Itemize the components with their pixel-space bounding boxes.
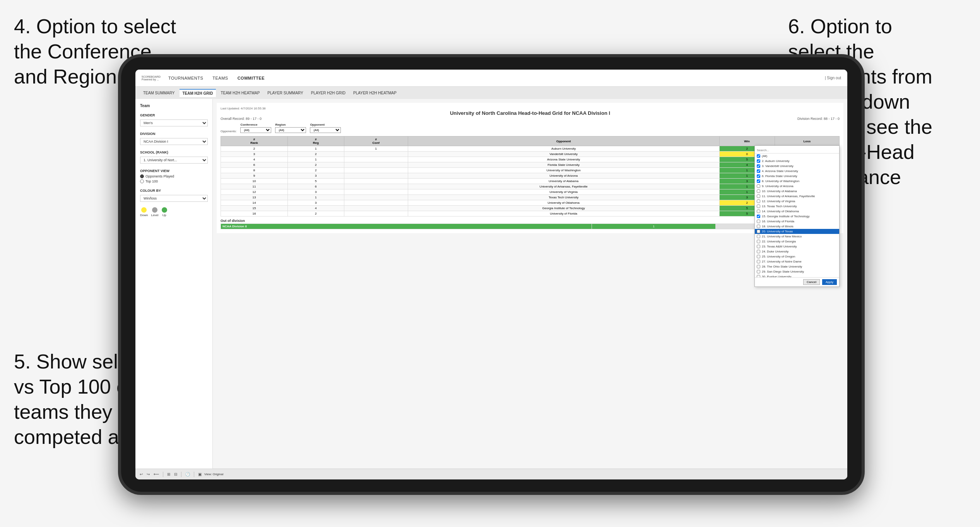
- cell-conf: [344, 211, 408, 217]
- conference-filter-select[interactable]: (All): [240, 127, 271, 133]
- dropdown-checkbox[interactable]: [757, 200, 760, 203]
- nav-committee[interactable]: COMMITTEE: [238, 74, 265, 82]
- toolbar-back[interactable]: ⟵: [152, 472, 160, 476]
- dropdown-item[interactable]: 18. University of Illinois: [755, 224, 839, 229]
- toolbar-copy[interactable]: ⊞: [166, 472, 171, 476]
- dropdown-item[interactable]: 21. University of New Mexico: [755, 234, 839, 239]
- apply-button[interactable]: Apply: [822, 279, 837, 285]
- school-select[interactable]: 1. University of Nort...: [140, 157, 208, 164]
- dropdown-item[interactable]: 22. University of Georgia: [755, 239, 839, 244]
- sidebar-school-section: School (Rank) 1. University of Nort...: [140, 150, 208, 164]
- cell-reg: 1: [287, 146, 344, 152]
- dropdown-checkbox[interactable]: [757, 169, 760, 173]
- dropdown-item[interactable]: 10. University of Alabama: [755, 189, 839, 194]
- radio-opponents-played[interactable]: Opponents Played: [140, 174, 208, 178]
- nav-teams[interactable]: TEAMS: [212, 74, 228, 82]
- radio-top-100[interactable]: Top 100: [140, 179, 208, 183]
- legend-level: Level: [151, 207, 158, 217]
- dropdown-item[interactable]: 2. Auburn University: [755, 159, 839, 164]
- dropdown-item[interactable]: 11. University of Arkansas, Fayetteville: [755, 194, 839, 199]
- toolbar-clock[interactable]: 🕐: [184, 472, 191, 476]
- division-select[interactable]: NCAA Division I: [140, 138, 208, 145]
- view-label: View: Original: [204, 472, 223, 476]
- cell-reg: 1: [287, 195, 344, 200]
- subnav-player-summary[interactable]: PLAYER SUMMARY: [264, 89, 306, 97]
- dropdown-item[interactable]: 3. Vanderbilt University: [755, 164, 839, 169]
- dropdown-item-label: 6. Florida State University: [762, 174, 797, 178]
- dropdown-checkbox[interactable]: [757, 215, 760, 218]
- cancel-button[interactable]: Cancel: [803, 279, 820, 285]
- dropdown-checkbox[interactable]: [757, 179, 760, 183]
- toolbar-undo[interactable]: ↩: [139, 472, 144, 476]
- gender-select[interactable]: Men's: [140, 119, 208, 126]
- dropdown-checkbox[interactable]: [757, 189, 760, 193]
- dropdown-checkbox[interactable]: [757, 154, 760, 158]
- dropdown-item[interactable]: 24. Duke University: [755, 249, 839, 254]
- cell-opponent: Arizona State University: [408, 157, 719, 162]
- cell-conf: [344, 179, 408, 184]
- dropdown-item-label: 29. San Diego State University: [762, 270, 804, 273]
- dropdown-checkbox[interactable]: [757, 225, 760, 228]
- toolbar-paste[interactable]: ⊟: [173, 472, 178, 476]
- dropdown-item[interactable]: 28. The Ohio State University: [755, 264, 839, 269]
- dropdown-item[interactable]: 6. Florida State University: [755, 174, 839, 179]
- region-filter-select[interactable]: (All): [275, 127, 306, 133]
- dropdown-item[interactable]: 8. University of Washington: [755, 179, 839, 184]
- nav-signout[interactable]: | Sign out: [825, 76, 841, 80]
- dropdown-item[interactable]: 29. San Diego State University: [755, 269, 839, 274]
- dropdown-item[interactable]: 23. Texas A&M University: [755, 244, 839, 249]
- dropdown-checkbox[interactable]: [757, 220, 760, 223]
- dropdown-item[interactable]: 30. Purdue University: [755, 274, 839, 277]
- subnav-team-h2h-grid[interactable]: TEAM H2H GRID: [180, 89, 216, 97]
- subnav-team-summary[interactable]: TEAM SUMMARY: [140, 89, 178, 97]
- subnav-team-h2h-heatmap[interactable]: TEAM H2H HEATMAP: [217, 89, 263, 97]
- nav-items: TOURNAMENTS TEAMS COMMITTEE: [168, 74, 825, 82]
- dropdown-checkbox[interactable]: [757, 205, 760, 208]
- opponent-filter-select[interactable]: (All): [310, 127, 341, 133]
- dropdown-item[interactable]: 15. Georgia Institute of Technology: [755, 214, 839, 219]
- legend-down-dot: [141, 207, 147, 213]
- dropdown-checkbox[interactable]: [757, 235, 760, 238]
- colour-select[interactable]: Win/loss: [140, 195, 208, 202]
- cell-reg: 2: [287, 211, 344, 217]
- dropdown-checkbox[interactable]: [757, 230, 760, 233]
- dropdown-search-input[interactable]: [755, 147, 839, 153]
- dropdown-item[interactable]: 9. University of Arizona: [755, 184, 839, 189]
- dropdown-checkbox[interactable]: [757, 164, 760, 168]
- dropdown-item[interactable]: 13. Texas Tech University: [755, 204, 839, 209]
- dropdown-item[interactable]: (All): [755, 153, 839, 159]
- table-row: 10 5 University of Alabama 3 0: [221, 179, 840, 184]
- dropdown-checkbox[interactable]: [757, 245, 760, 248]
- dropdown-checkbox[interactable]: [757, 159, 760, 163]
- table-row: 15 4 Georgia Institute of Technology 5 1: [221, 206, 840, 211]
- table-row: 14 3 University of Oklahoma 2 2: [221, 200, 840, 206]
- cell-rank: 9: [221, 173, 288, 179]
- table-row: 2 1 1 Auburn University 2 1: [221, 146, 840, 152]
- dropdown-checkbox[interactable]: [757, 275, 760, 277]
- dropdown-item[interactable]: 25. University of Oregon: [755, 254, 839, 259]
- dropdown-checkbox[interactable]: [757, 210, 760, 213]
- subnav-player-h2h-grid[interactable]: PLAYER H2H GRID: [308, 89, 349, 97]
- dropdown-checkbox[interactable]: [757, 265, 760, 268]
- dropdown-item[interactable]: 4. Arizona State University: [755, 169, 839, 174]
- dropdown-checkbox[interactable]: [757, 240, 760, 243]
- dropdown-item[interactable]: 14. University of Oklahoma: [755, 209, 839, 214]
- table-row: 9 3 University of Arizona 1 0: [221, 173, 840, 179]
- toolbar-view[interactable]: ▣: [197, 472, 203, 476]
- dropdown-item[interactable]: 20. University of Texas: [755, 229, 839, 234]
- sidebar-team-section: Team: [140, 104, 208, 108]
- dropdown-checkbox[interactable]: [757, 250, 760, 253]
- subnav-player-h2h-heatmap[interactable]: PLAYER H2H HEATMAP: [350, 89, 400, 97]
- dropdown-checkbox[interactable]: [757, 184, 760, 188]
- dropdown-item[interactable]: 16. University of Florida: [755, 219, 839, 224]
- nav-tournaments[interactable]: TOURNAMENTS: [168, 74, 203, 82]
- dropdown-checkbox[interactable]: [757, 260, 760, 263]
- dropdown-checkbox[interactable]: [757, 270, 760, 273]
- dropdown-checkbox[interactable]: [757, 194, 760, 198]
- dropdown-item[interactable]: 12. University of Virginia: [755, 199, 839, 204]
- dropdown-checkbox[interactable]: [757, 174, 760, 178]
- conference-filter-label: Conference: [240, 123, 271, 126]
- dropdown-item[interactable]: 27. University of Notre Dame: [755, 259, 839, 264]
- toolbar-redo[interactable]: ↪: [145, 472, 151, 476]
- dropdown-checkbox[interactable]: [757, 255, 760, 258]
